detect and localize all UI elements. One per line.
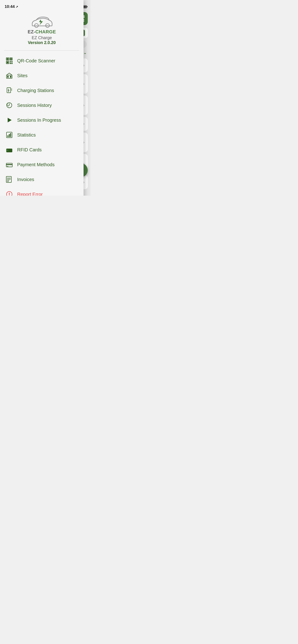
nav-item-label: Payment Methods bbox=[17, 162, 55, 168]
payment-icon bbox=[6, 161, 13, 168]
nav-item-sites[interactable]: Sites bbox=[2, 68, 81, 83]
invoices-icon bbox=[6, 176, 13, 183]
svg-rect-26 bbox=[10, 63, 11, 64]
charging-stations-icon bbox=[6, 87, 13, 94]
svg-rect-43 bbox=[6, 164, 12, 165]
nav-item-payment-methods[interactable]: Payment Methods bbox=[2, 157, 81, 172]
sessions-history-icon bbox=[6, 102, 13, 109]
nav-item-label: Sites bbox=[17, 73, 27, 78]
nav-item-rfid-cards[interactable]: RFID Cards bbox=[2, 142, 81, 157]
app-name-sub: EZ Charge bbox=[32, 36, 52, 40]
statistics-icon bbox=[6, 131, 13, 139]
svg-rect-44 bbox=[7, 166, 8, 166]
nav-menu: QR-Code Scanner Sites bbox=[0, 53, 84, 196]
nav-item-label: Sessions History bbox=[17, 103, 52, 108]
app-name: EZ-CHARGE bbox=[28, 29, 56, 34]
divider bbox=[4, 50, 79, 50]
nav-item-qr-code[interactable]: QR-Code Scanner bbox=[2, 53, 81, 68]
svg-rect-38 bbox=[9, 134, 10, 137]
nav-item-label: Charging Stations bbox=[17, 88, 54, 93]
svg-rect-21 bbox=[10, 58, 12, 60]
nav-item-charging-stations[interactable]: Charging Stations bbox=[2, 83, 81, 98]
svg-rect-24 bbox=[10, 61, 11, 62]
sites-icon bbox=[6, 72, 13, 79]
rfid-icon bbox=[6, 146, 13, 154]
nav-item-label: Invoices bbox=[17, 177, 34, 182]
nav-item-sessions-history[interactable]: Sessions History bbox=[2, 98, 81, 113]
svg-point-52 bbox=[9, 196, 10, 196]
error-icon bbox=[6, 190, 13, 196]
svg-rect-19 bbox=[7, 58, 8, 60]
nav-item-statistics[interactable]: Statistics bbox=[2, 128, 81, 142]
svg-text:+: + bbox=[47, 25, 48, 27]
svg-point-15 bbox=[46, 24, 49, 27]
svg-rect-39 bbox=[10, 133, 11, 137]
nav-item-label: QR-Code Scanner bbox=[17, 58, 56, 64]
nav-item-report-error[interactable]: Report Error bbox=[2, 187, 81, 196]
nav-item-label: Sessions In Progress bbox=[17, 118, 61, 123]
svg-text:-: - bbox=[35, 25, 36, 27]
svg-rect-23 bbox=[7, 62, 8, 63]
status-bar-left: 10:44 ↗ bbox=[0, 0, 84, 10]
nav-item-invoices[interactable]: Invoices bbox=[2, 172, 81, 187]
qr-icon bbox=[6, 57, 13, 64]
svg-rect-37 bbox=[8, 136, 8, 137]
nav-item-label: RFID Cards bbox=[17, 147, 42, 152]
svg-rect-27 bbox=[11, 63, 13, 64]
svg-point-14 bbox=[35, 24, 38, 27]
svg-rect-29 bbox=[7, 76, 9, 78]
chevron-down-icon: ⌄ bbox=[83, 50, 87, 55]
app-version: Version 2.0.20 bbox=[28, 40, 56, 45]
svg-rect-25 bbox=[11, 61, 13, 62]
nav-item-label: Statistics bbox=[17, 132, 36, 138]
svg-rect-30 bbox=[10, 76, 11, 78]
navigation-arrow-icon: ↗ bbox=[16, 5, 18, 8]
navigation-drawer: 10:44 ↗ - + EZ-CHARGE bbox=[0, 0, 84, 196]
logo-area: - + EZ-CHARGE EZ Charge Version 2.0.20 bbox=[0, 10, 84, 49]
svg-rect-41 bbox=[7, 150, 8, 151]
svg-marker-35 bbox=[8, 118, 12, 122]
nav-item-label: Report Error bbox=[17, 192, 43, 196]
sessions-progress-icon bbox=[6, 116, 13, 124]
status-time: 10:44 ↗ bbox=[5, 4, 18, 9]
nav-item-sessions-progress[interactable]: Sessions In Progress bbox=[2, 113, 81, 128]
app-logo: - + bbox=[30, 15, 53, 28]
